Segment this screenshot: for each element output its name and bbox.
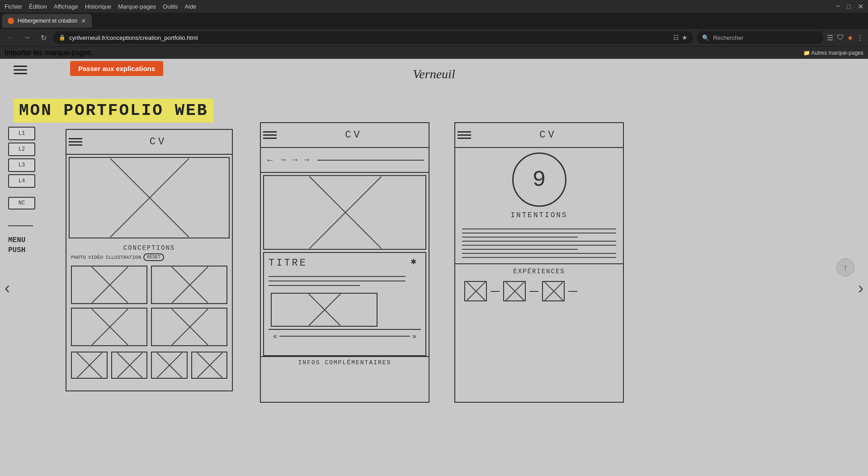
scroll-up-button[interactable]: ↑ <box>836 258 854 276</box>
sketch-2: CV ← → → → TITRE ✱ <box>260 122 429 403</box>
nav-arrow-right[interactable]: › <box>858 279 863 298</box>
search-icon: 🔍 <box>702 34 709 41</box>
menu-edition[interactable]: Édition <box>29 3 47 10</box>
filter-video[interactable]: VIDÉO <box>88 255 103 260</box>
menu-historique[interactable]: Historique <box>85 3 112 10</box>
sketch2-main-image <box>263 175 426 250</box>
hamburger-line-2 <box>14 69 27 71</box>
sketch1-grid-item-4 <box>151 308 227 346</box>
site-logo: Verneuil <box>413 67 455 81</box>
menu-fichier[interactable]: Fichier <box>5 3 22 10</box>
tab-close-button[interactable]: ✕ <box>81 17 86 24</box>
reload-button[interactable]: ↻ <box>37 31 50 44</box>
address-bar[interactable]: 🔒 cyrilverneuil.fr/conceptions/creation_… <box>53 31 693 44</box>
window-resize[interactable]: □ <box>847 3 851 10</box>
sketch1-grid <box>66 263 232 349</box>
sketch2-arrow-left[interactable]: ← <box>265 155 274 165</box>
sketch3-cv-title: CV <box>476 129 621 141</box>
sketch3-exp-title: EXPÉRIENCES <box>460 268 618 275</box>
window-close[interactable]: ✕ <box>858 2 863 11</box>
sidebar-item-l2[interactable]: L2 <box>8 143 35 156</box>
sidebar-item-l3[interactable]: L3 <box>8 158 35 172</box>
sketch1-cv-title: CV <box>87 136 230 148</box>
lock-icon: 🔒 <box>59 34 66 41</box>
sketch1-small-item-4 <box>191 352 228 379</box>
overflow-icon[interactable]: ⋮ <box>856 33 863 42</box>
menu-aide[interactable]: Aide <box>184 3 196 10</box>
sketch2-nav-line <box>317 160 424 161</box>
sketch3-exp-icon-1 <box>464 281 487 301</box>
sketch2-nav-line-bottom <box>279 336 410 337</box>
menu-marque-pages[interactable]: Marque-pages <box>118 3 156 10</box>
browser-tab[interactable]: Hébergement et création ✕ <box>2 14 92 28</box>
sketch1-filters-row: PHOTO VIDÉO ILLUSTRATION RESET <box>71 253 227 261</box>
sketch3-line-5 <box>462 245 616 246</box>
sketch1-grid-item-2 <box>151 266 227 304</box>
sketch-1: CV CONCEPTIONS PHOTO VIDÉO ILLUSTRATION … <box>66 129 233 391</box>
sketch3-dash-1 <box>491 291 500 292</box>
page-content: Passer aux explications Verneuil MON POR… <box>0 59 868 476</box>
sketch1-grid3 <box>66 349 232 381</box>
tab-bar: Hébergement et création ✕ <box>0 13 868 29</box>
bookmark-other[interactable]: 📁 Autres marque-pages <box>803 50 863 56</box>
sketch3-dash-3 <box>568 291 577 292</box>
nav-bar: ← → ↻ 🔒 cyrilverneuil.fr/conceptions/cre… <box>0 29 868 46</box>
tab-favicon <box>8 18 14 24</box>
sketch2-footer-label: INFOS COMPLÉMENTAIRES <box>261 356 429 368</box>
sidebar-item-l1[interactable]: L1 <box>8 127 35 140</box>
menu-affichage[interactable]: Affichage <box>54 3 78 10</box>
search-placeholder: Rechercher <box>713 34 743 41</box>
sketch2-nav-area: ← → → → <box>261 148 429 173</box>
sketch3-hamburger <box>458 131 471 139</box>
sketch1-filters: CONCEPTIONS PHOTO VIDÉO ILLUSTRATION RES… <box>66 241 232 263</box>
sketch3-line-4 <box>462 241 616 242</box>
sketch2-nav-prev[interactable]: « <box>273 332 277 340</box>
hamburger-line-1 <box>14 66 27 67</box>
extensions-icon[interactable]: ☰ <box>827 33 833 42</box>
hamburger-line-3 <box>14 73 27 74</box>
sketch2-nav-next[interactable]: » <box>412 332 416 340</box>
sketch3-header: CV <box>455 123 623 148</box>
sidebar-items: L1 L2 L3 L4 NC <box>8 127 35 209</box>
filter-photo[interactable]: PHOTO <box>71 255 86 260</box>
nav-arrow-left[interactable]: ‹ <box>5 279 10 298</box>
hamburger-menu[interactable] <box>14 66 27 74</box>
search-bar[interactable]: 🔍 Rechercher <box>697 31 823 44</box>
explications-button[interactable]: Passer aux explications <box>70 61 163 76</box>
sketch3-line-3 <box>462 237 578 238</box>
sketch3-line-8 <box>462 257 616 258</box>
sketch2-hamburger <box>263 131 277 139</box>
menu-outils[interactable]: Outils <box>163 3 178 10</box>
window-minimize[interactable]: − <box>836 2 840 10</box>
sidebar-menu-label: MENU PUSH <box>8 235 25 256</box>
menu-bar: Fichier Édition Affichage Historique Mar… <box>0 0 868 13</box>
sketch1-main-image <box>69 157 230 238</box>
sketch2-arrows: → → → <box>279 155 311 165</box>
nav-right-icons: ☰ 🛡 ● ⋮ <box>827 33 863 43</box>
sketch3-line-2 <box>462 233 616 233</box>
sketch2-text-line-2 <box>269 281 406 281</box>
sketch2-content-area: TITRE ✱ « » <box>263 252 426 356</box>
sidebar-item-l4[interactable]: L4 <box>8 174 35 188</box>
page-title: MON PORTFOLIO WEB <box>14 99 213 123</box>
address-text: cyrilverneuil.fr/conceptions/creation_po… <box>69 34 670 41</box>
sketch2-text-line-3 <box>269 285 360 286</box>
back-button[interactable]: ← <box>5 31 17 44</box>
account-icon[interactable]: ● <box>848 33 853 43</box>
sketch3-line-6 <box>462 249 578 250</box>
bookmarks-bar: Importer les marque-pages... 📁 Autres ma… <box>0 46 868 59</box>
sketch-3: CV 9 INTENTIONS EXPÉRIENCES <box>454 122 624 403</box>
sketch1-small-item-3 <box>151 352 188 379</box>
sketch3-text-lines <box>455 223 623 263</box>
shield-icon[interactable]: 🛡 <box>837 33 844 42</box>
sketch2-cv-title: CV <box>281 129 426 141</box>
bookmark-star-icon[interactable]: ★ <box>682 34 688 41</box>
forward-button[interactable]: → <box>21 31 33 44</box>
sketch2-text-line-1 <box>269 276 406 277</box>
sidebar-item-nc[interactable]: NC <box>8 197 35 209</box>
sketch3-circle-icon: 9 <box>512 152 566 207</box>
reader-icon[interactable]: ☷ <box>673 34 679 41</box>
filter-illustration[interactable]: ILLUSTRATION <box>105 255 141 260</box>
reset-button[interactable]: RESET <box>143 253 164 261</box>
bookmark-import[interactable]: Importer les marque-pages... <box>5 49 97 57</box>
